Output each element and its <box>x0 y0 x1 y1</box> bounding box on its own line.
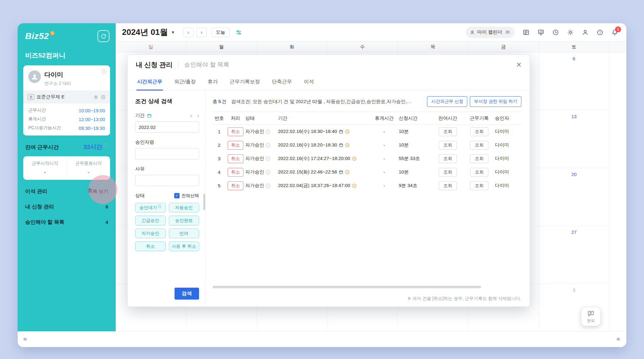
my-calendar-button[interactable]: 마이 캘린더 <box>466 27 515 38</box>
profile-icon[interactable] <box>582 29 589 36</box>
chip-rejected[interactable]: 반려 <box>169 229 199 238</box>
today-button[interactable]: 오늘 <box>211 28 230 37</box>
tab-away[interactable]: 이석 <box>303 75 314 90</box>
status-info-icon[interactable]: i <box>266 184 270 188</box>
cancel-button[interactable]: 취소 <box>228 181 243 190</box>
cancel-button[interactable]: 취소 <box>228 154 243 163</box>
view-list-button[interactable]: 목록 보기 <box>88 189 108 195</box>
board-icon[interactable] <box>523 29 530 36</box>
cancel-button[interactable]: 취소 <box>228 168 243 177</box>
clock-icon[interactable] <box>352 183 357 188</box>
inquiry-chat-button[interactable]: 문의 <box>581 307 601 326</box>
table-row: 1 취소 자가승인i 2022.02.16(수) 18:30~18:40 - 1… <box>213 125 521 138</box>
status-info-icon[interactable]: i <box>266 170 270 174</box>
tab-reduced-work[interactable]: 단축근무 <box>271 75 292 90</box>
inquire-remaining-button[interactable]: 조회 <box>439 168 457 177</box>
tab-outside-work[interactable]: 외근/출장 <box>174 75 196 90</box>
calendar-cell[interactable]: 13 <box>539 110 609 168</box>
table-header: 번호 처리 상태 기간 휴게시간 신청시간 잔여시간 근무기록 승인자 <box>213 112 521 125</box>
chip-approved[interactable]: 승인완료 <box>169 216 199 225</box>
calendar-cell[interactable]: 6 <box>539 52 609 110</box>
stats-icon[interactable] <box>537 29 544 36</box>
remaining-info-icon[interactable]: i <box>103 143 108 148</box>
sidebar-item-away-management[interactable]: 이석 관리 목록 보기 <box>25 188 108 195</box>
work-start-label: 근무시작시각 <box>23 161 67 166</box>
clock-icon[interactable] <box>345 170 350 174</box>
refresh-button[interactable] <box>97 30 109 42</box>
chip-canceled-after-use[interactable]: 사용 후 취소 <box>169 241 199 251</box>
location-icon[interactable] <box>93 95 98 100</box>
profile-info-icon[interactable]: i <box>102 69 106 74</box>
memo-icon[interactable] <box>101 95 106 100</box>
collapse-sidebar-icon[interactable]: « <box>23 335 27 342</box>
approver-input[interactable] <box>135 148 199 159</box>
sidebar-item-approval-list[interactable]: 승인해야 할 목록 4 <box>25 219 108 226</box>
clock-icon[interactable] <box>345 129 350 134</box>
period-input[interactable] <box>135 121 199 133</box>
calendar-icon[interactable] <box>339 143 343 147</box>
calendar-icon[interactable] <box>147 113 152 118</box>
tab-vacation[interactable]: 휴가 <box>207 75 218 90</box>
search-conditions-summary: 검색조건: 모든 승인대기 건 및 2022년 02월 , 자동승인,긴급승인,… <box>231 99 422 105</box>
tab-record-correction[interactable]: 근무기록보정 <box>229 75 260 90</box>
filter-scrollbar[interactable] <box>203 194 205 210</box>
prev-month-button[interactable]: ‹ <box>183 28 194 37</box>
calendar-cell[interactable]: 27 <box>539 226 609 284</box>
next-month-button[interactable]: › <box>196 28 207 37</box>
chip-canceled[interactable]: 취소 <box>135 241 166 251</box>
remaining-hours-row: 잔여 근무시간 32시간 i <box>18 135 116 151</box>
cancel-button[interactable]: 취소 <box>228 141 243 150</box>
calendar-cell[interactable]: 20 <box>539 168 609 226</box>
period-prev-icon[interactable]: ‹ <box>190 113 192 119</box>
calendar-icon[interactable] <box>339 129 343 134</box>
inquire-record-button[interactable]: 조회 <box>470 127 488 136</box>
horizontal-scrollbar <box>213 286 521 288</box>
tab-overtime[interactable]: 시간외근무 <box>136 75 163 91</box>
status-info-icon[interactable]: i <box>266 157 270 161</box>
period-next-icon[interactable]: › <box>197 113 199 119</box>
scrollbar-thumb[interactable] <box>213 286 481 288</box>
inquire-remaining-button[interactable]: 조회 <box>439 154 457 163</box>
search-button[interactable]: 검색 <box>175 288 199 300</box>
sidebar-item-my-requests[interactable]: 내 신청 관리 0 <box>25 203 108 210</box>
logo-clock-icon <box>50 30 55 36</box>
reason-label: 사유 <box>135 166 145 172</box>
inquire-record-button[interactable]: 조회 <box>470 181 488 190</box>
calendar-icon[interactable] <box>339 170 343 174</box>
modal-tab-bar: 시간외근무 외근/출장 휴가 근무기록보정 단축근무 이석 <box>128 75 530 91</box>
filter-icon[interactable] <box>235 29 242 36</box>
help-icon[interactable]: ? <box>597 29 603 36</box>
delegate-authority-button[interactable]: 부서장 권한 위임 하기 <box>470 96 521 107</box>
chip-urgent-approval[interactable]: 긴급승인 <box>135 216 166 225</box>
cancel-warning-note: ※ 과거 건을 [취소]하는 경우, 근무기록도 함께 삭제됩니다. <box>213 296 521 301</box>
status-info-icon[interactable]: i <box>266 143 270 147</box>
notification-badge: 1 <box>615 26 621 32</box>
inquire-remaining-button[interactable]: 조회 <box>439 127 457 136</box>
inquire-remaining-button[interactable]: 조회 <box>439 181 457 190</box>
select-all-checkbox[interactable]: ✓ <box>174 193 180 198</box>
clock-icon[interactable] <box>345 143 350 147</box>
clock-icon[interactable] <box>552 29 559 36</box>
chip-self-approval[interactable]: 자가승인 <box>135 229 166 238</box>
month-dropdown-caret-icon[interactable]: ▼ <box>171 30 175 35</box>
period-label: 기간 <box>135 113 145 119</box>
cancel-button[interactable]: 취소 <box>228 127 243 136</box>
chip-auto-approval[interactable]: 자동승인 <box>169 203 199 213</box>
notification-bell-icon[interactable]: 1 <box>611 29 618 36</box>
inquire-record-button[interactable]: 조회 <box>470 141 488 150</box>
overtime-request-button[interactable]: 시간외근무 신청 <box>427 96 467 107</box>
reason-input[interactable] <box>135 175 199 186</box>
close-icon[interactable]: × <box>516 61 521 69</box>
clock-icon[interactable] <box>352 156 357 161</box>
month-title[interactable]: 2024년 01월 <box>122 27 168 38</box>
select-all-label[interactable]: 전체선택 <box>181 193 199 199</box>
collapse-panel-icon[interactable]: « <box>616 335 620 342</box>
status-info-icon[interactable]: i <box>266 130 270 134</box>
inquire-record-button[interactable]: 조회 <box>470 168 488 177</box>
settings-gear-icon[interactable] <box>567 29 574 36</box>
inquire-remaining-button[interactable]: 조회 <box>439 141 457 150</box>
user-name: 다이미 <box>44 70 71 79</box>
chip-pending-approval[interactable]: 승인대기i <box>135 203 166 213</box>
col-work-record: 근무기록 <box>464 115 495 121</box>
inquire-record-button[interactable]: 조회 <box>470 154 488 163</box>
